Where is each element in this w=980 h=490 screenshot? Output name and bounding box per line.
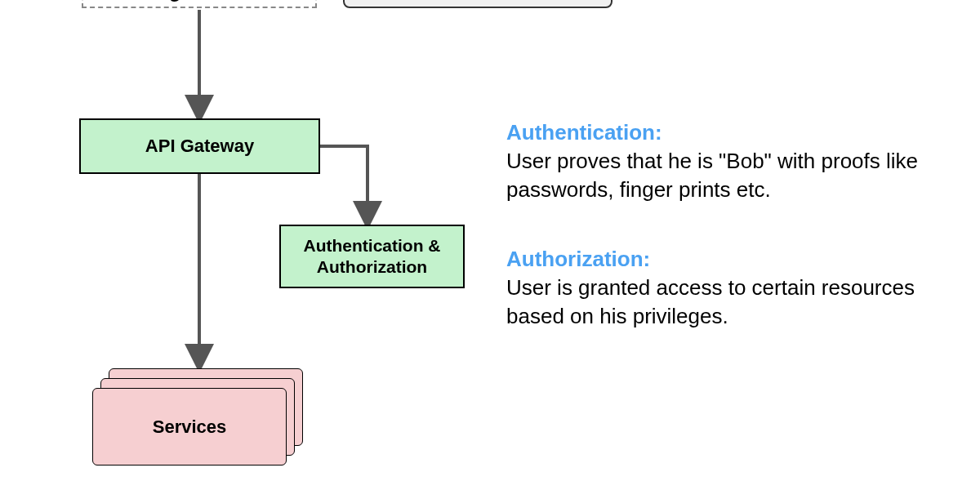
services-stack: Services xyxy=(92,378,303,476)
top-gray-box xyxy=(343,0,612,8)
api-gateway-label: API Gateway xyxy=(145,136,254,157)
auth-node: Authentication & Authorization xyxy=(279,225,465,288)
api-gateway-node: API Gateway xyxy=(79,118,320,174)
checkmark-icon: ✔ xyxy=(163,0,201,16)
auth-line2: Authorization xyxy=(304,256,441,278)
services-label: Services xyxy=(153,416,227,438)
authn-body: User proves that he is "Bob" with proofs… xyxy=(506,149,918,202)
authn-term: Authentication xyxy=(506,120,655,145)
authz-body: User is granted access to certain resour… xyxy=(506,275,915,328)
auth-line1: Authentication & xyxy=(304,235,441,256)
authz-term: Authorization xyxy=(506,247,644,271)
authz-paragraph: Authorization: User is granted access to… xyxy=(506,245,939,331)
services-card-front: Services xyxy=(92,388,287,466)
annotations-block: Authentication: User proves that he is "… xyxy=(506,118,939,372)
authn-paragraph: Authentication: User proves that he is "… xyxy=(506,118,939,204)
